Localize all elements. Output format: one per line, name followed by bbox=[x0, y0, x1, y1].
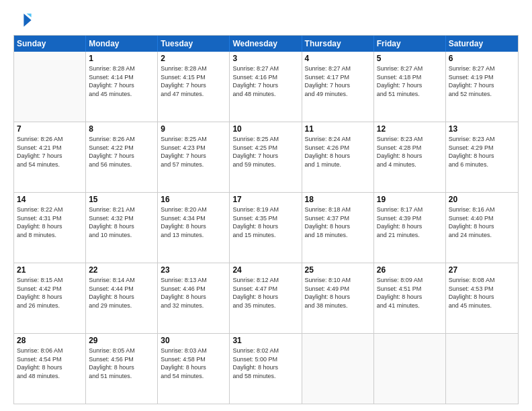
sunset: Sunset: 4:42 PM bbox=[17, 285, 83, 293]
calendar-cell: 24Sunrise: 8:12 AMSunset: 4:47 PMDayligh… bbox=[230, 263, 302, 333]
calendar-cell: 27Sunrise: 8:08 AMSunset: 4:53 PMDayligh… bbox=[446, 263, 518, 333]
sunset: Sunset: 5:00 PM bbox=[232, 355, 298, 364]
day-number: 6 bbox=[449, 54, 515, 63]
daylight-hours: Daylight: 8 hours bbox=[232, 363, 298, 372]
calendar-cell: 11Sunrise: 8:24 AMSunset: 4:26 PMDayligh… bbox=[302, 122, 374, 192]
sunset: Sunset: 4:31 PM bbox=[17, 214, 83, 223]
calendar-cell bbox=[446, 334, 518, 404]
daylight-minutes: and 24 minutes. bbox=[449, 231, 515, 240]
daylight-hours: Daylight: 7 hours bbox=[305, 81, 371, 90]
day-number: 20 bbox=[449, 195, 515, 204]
calendar-cell: 25Sunrise: 8:10 AMSunset: 4:49 PMDayligh… bbox=[302, 263, 374, 333]
daylight-hours: Daylight: 8 hours bbox=[17, 222, 83, 231]
calendar-cell: 1Sunrise: 8:28 AMSunset: 4:14 PMDaylight… bbox=[86, 52, 158, 122]
sunset: Sunset: 4:32 PM bbox=[89, 214, 154, 223]
daylight-hours: Daylight: 8 hours bbox=[161, 293, 226, 302]
daylight-hours: Daylight: 7 hours bbox=[161, 81, 226, 90]
sunset: Sunset: 4:28 PM bbox=[377, 144, 443, 152]
daylight-minutes: and 52 minutes. bbox=[449, 90, 515, 99]
daylight-minutes: and 51 minutes. bbox=[89, 372, 154, 381]
sunset: Sunset: 4:19 PM bbox=[449, 73, 515, 82]
sunset: Sunset: 4:46 PM bbox=[161, 285, 226, 293]
daylight-minutes: and 59 minutes. bbox=[232, 161, 298, 169]
sunset: Sunset: 4:51 PM bbox=[377, 285, 443, 293]
daylight-minutes: and 8 minutes. bbox=[17, 231, 83, 240]
calendar: SundayMondayTuesdayWednesdayThursdayFrid… bbox=[13, 35, 519, 404]
sunrise: Sunrise: 8:28 AM bbox=[161, 64, 226, 73]
weekday-header: Thursday bbox=[302, 36, 374, 52]
daylight-hours: Daylight: 8 hours bbox=[449, 293, 515, 302]
daylight-minutes: and 48 minutes. bbox=[232, 90, 298, 99]
calendar-cell bbox=[302, 334, 374, 404]
calendar-cell: 6Sunrise: 8:27 AMSunset: 4:19 PMDaylight… bbox=[446, 52, 518, 122]
page: SundayMondayTuesdayWednesdayThursdayFrid… bbox=[0, 0, 532, 411]
day-number: 29 bbox=[89, 336, 154, 345]
sunset: Sunset: 4:14 PM bbox=[89, 73, 154, 82]
daylight-minutes: and 51 minutes. bbox=[377, 90, 443, 99]
day-number: 11 bbox=[305, 124, 371, 134]
sunrise: Sunrise: 8:20 AM bbox=[161, 205, 226, 214]
daylight-minutes: and 4 minutes. bbox=[377, 161, 443, 169]
sunset: Sunset: 4:26 PM bbox=[305, 144, 371, 152]
calendar-week-row: 1Sunrise: 8:28 AMSunset: 4:14 PMDaylight… bbox=[14, 52, 518, 122]
daylight-hours: Daylight: 8 hours bbox=[89, 293, 154, 302]
sunrise: Sunrise: 8:26 AM bbox=[17, 135, 83, 144]
day-number: 14 bbox=[17, 195, 83, 204]
sunrise: Sunrise: 8:21 AM bbox=[89, 205, 154, 214]
day-number: 8 bbox=[89, 124, 154, 134]
calendar-week-row: 7Sunrise: 8:26 AMSunset: 4:21 PMDaylight… bbox=[14, 122, 518, 192]
weekday-header: Friday bbox=[374, 36, 446, 52]
sunset: Sunset: 4:15 PM bbox=[161, 73, 226, 82]
weekday-header: Tuesday bbox=[158, 36, 230, 52]
calendar-cell: 18Sunrise: 8:18 AMSunset: 4:37 PMDayligh… bbox=[302, 193, 374, 263]
daylight-hours: Daylight: 8 hours bbox=[161, 222, 226, 231]
sunrise: Sunrise: 8:25 AM bbox=[161, 135, 226, 144]
sunset: Sunset: 4:53 PM bbox=[449, 285, 515, 293]
sunrise: Sunrise: 8:27 AM bbox=[232, 64, 298, 73]
calendar-cell: 29Sunrise: 8:05 AMSunset: 4:56 PMDayligh… bbox=[86, 334, 158, 404]
calendar-cell: 26Sunrise: 8:09 AMSunset: 4:51 PMDayligh… bbox=[374, 263, 446, 333]
weekday-header: Monday bbox=[86, 36, 158, 52]
sunrise: Sunrise: 8:10 AM bbox=[305, 276, 371, 285]
calendar-cell: 28Sunrise: 8:06 AMSunset: 4:54 PMDayligh… bbox=[14, 334, 86, 404]
calendar-cell: 7Sunrise: 8:26 AMSunset: 4:21 PMDaylight… bbox=[14, 122, 86, 192]
sunset: Sunset: 4:34 PM bbox=[161, 214, 226, 223]
sunrise: Sunrise: 8:24 AM bbox=[305, 135, 371, 144]
header bbox=[13, 11, 519, 30]
sunset: Sunset: 4:44 PM bbox=[89, 285, 154, 293]
daylight-hours: Daylight: 8 hours bbox=[89, 222, 154, 231]
day-number: 7 bbox=[17, 124, 83, 134]
daylight-hours: Daylight: 7 hours bbox=[377, 81, 443, 90]
sunrise: Sunrise: 8:23 AM bbox=[449, 135, 515, 144]
calendar-cell: 8Sunrise: 8:26 AMSunset: 4:22 PMDaylight… bbox=[86, 122, 158, 192]
sunrise: Sunrise: 8:25 AM bbox=[232, 135, 298, 144]
daylight-minutes: and 10 minutes. bbox=[89, 231, 154, 240]
daylight-hours: Daylight: 8 hours bbox=[377, 293, 443, 302]
sunset: Sunset: 4:29 PM bbox=[449, 144, 515, 152]
sunrise: Sunrise: 8:22 AM bbox=[17, 205, 83, 214]
daylight-minutes: and 56 minutes. bbox=[89, 161, 154, 169]
calendar-cell: 2Sunrise: 8:28 AMSunset: 4:15 PMDaylight… bbox=[158, 52, 230, 122]
daylight-minutes: and 49 minutes. bbox=[305, 90, 371, 99]
day-number: 24 bbox=[232, 265, 298, 275]
sunrise: Sunrise: 8:28 AM bbox=[89, 64, 154, 73]
day-number: 17 bbox=[232, 195, 298, 204]
daylight-hours: Daylight: 8 hours bbox=[305, 222, 371, 231]
calendar-body: 1Sunrise: 8:28 AMSunset: 4:14 PMDaylight… bbox=[14, 52, 518, 404]
daylight-hours: Daylight: 8 hours bbox=[232, 293, 298, 302]
weekday-header: Sunday bbox=[14, 36, 86, 52]
calendar-cell: 21Sunrise: 8:15 AMSunset: 4:42 PMDayligh… bbox=[14, 263, 86, 333]
daylight-minutes: and 6 minutes. bbox=[449, 161, 515, 169]
daylight-hours: Daylight: 8 hours bbox=[89, 363, 154, 372]
daylight-minutes: and 15 minutes. bbox=[232, 231, 298, 240]
sunrise: Sunrise: 8:06 AM bbox=[17, 347, 83, 355]
daylight-minutes: and 48 minutes. bbox=[17, 372, 83, 381]
day-number: 26 bbox=[377, 265, 443, 275]
sunset: Sunset: 4:56 PM bbox=[89, 355, 154, 364]
calendar-cell bbox=[14, 52, 86, 122]
sunrise: Sunrise: 8:13 AM bbox=[161, 276, 226, 285]
sunset: Sunset: 4:40 PM bbox=[449, 214, 515, 223]
daylight-minutes: and 35 minutes. bbox=[232, 302, 298, 310]
sunrise: Sunrise: 8:14 AM bbox=[89, 276, 154, 285]
calendar-week-row: 21Sunrise: 8:15 AMSunset: 4:42 PMDayligh… bbox=[14, 263, 518, 333]
